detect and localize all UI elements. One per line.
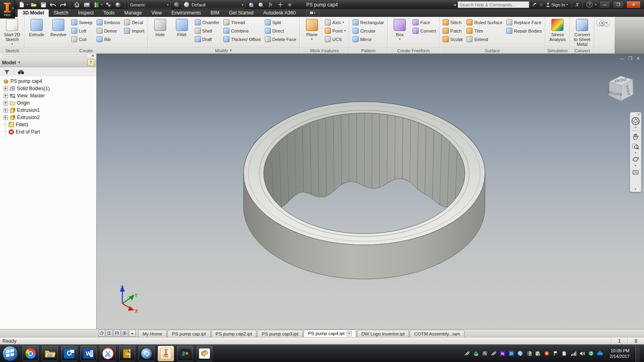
taskbar-app-paint[interactable] xyxy=(196,346,213,361)
navbar-close-icon[interactable]: ✕ xyxy=(637,113,640,116)
material-dropdown[interactable]: Generic▾ xyxy=(128,1,171,8)
loft-button[interactable]: Loft xyxy=(70,27,94,35)
adjust-appearance-icon[interactable] xyxy=(247,1,255,8)
parameters-fx-button[interactable]: fx xyxy=(266,1,275,8)
browser-help-icon[interactable]: ? xyxy=(87,59,94,66)
orbit-button[interactable] xyxy=(631,154,640,164)
filter-icon[interactable] xyxy=(3,68,10,76)
draft-button[interactable]: Draft xyxy=(193,35,221,43)
tree-item-solid-bodies-1[interactable]: Solid Bodies(1) xyxy=(0,85,96,92)
expand-icon-extrusion2[interactable] xyxy=(4,115,8,120)
tray-onedrive-cloud-icon[interactable] xyxy=(597,350,603,356)
stress-analysis-button[interactable]: Stress Analysis xyxy=(547,18,568,43)
tray-widget-icon[interactable] xyxy=(482,350,488,356)
tray-power-plug-icon[interactable] xyxy=(561,350,568,356)
tab-get-started[interactable]: Get Started xyxy=(224,9,258,17)
doc-close-icon[interactable]: ✕ xyxy=(636,56,640,61)
open-file-button[interactable] xyxy=(30,1,38,8)
tab-3d-model[interactable]: 3D Model xyxy=(18,9,49,17)
taskbar-app-chrome[interactable] xyxy=(23,346,39,361)
delete-face-button[interactable]: Delete Face xyxy=(263,35,298,43)
restore-button[interactable]: ❐ xyxy=(613,1,624,8)
emboss-button[interactable]: Emboss xyxy=(95,18,122,27)
combine-button[interactable]: Combine xyxy=(222,27,262,35)
close-button[interactable]: ✕ xyxy=(626,1,641,8)
tray-tools-b-icon[interactable] xyxy=(491,350,497,356)
ribbon-display-button[interactable]: ▾ xyxy=(306,10,319,16)
ring-model[interactable] xyxy=(97,53,644,329)
expand-icon-solid-bodies-1[interactable] xyxy=(4,86,8,91)
doc-tab-dw-logo-inventor-ipt[interactable]: DW Logo Inventor.ipt xyxy=(357,330,409,337)
tab-autodesk-a360[interactable]: Autodesk A360 xyxy=(258,9,301,17)
doc-tab-ps-pump-cap-ipt[interactable]: PS pump cap.ipt xyxy=(167,330,210,337)
fillet-button[interactable]: Fillet xyxy=(171,18,192,38)
axis-button[interactable]: Axis▾ xyxy=(323,18,347,27)
minimize-button[interactable]: — xyxy=(599,1,610,8)
expand-icon-origin[interactable] xyxy=(4,101,8,105)
tray-quick-icon[interactable]: Q xyxy=(517,350,523,356)
taskbar-clock[interactable]: 10:09 PM 2/14/2017 xyxy=(610,348,630,359)
start-2d-sketch-button[interactable]: Start 2D Sketch▾ xyxy=(2,18,23,47)
material-browser-button[interactable] xyxy=(92,1,100,8)
browser-header[interactable]: Model ▼ ? xyxy=(0,58,96,67)
tray-tools-a-icon[interactable] xyxy=(464,350,470,356)
convert-button[interactable]: Convert xyxy=(411,27,438,35)
taskbar-app-word[interactable]: W xyxy=(80,346,97,361)
doc-tab-ps-pump-cap3-ipt[interactable]: PS pump cap3.ipt xyxy=(257,330,303,337)
expand-icon-view-master[interactable] xyxy=(4,94,8,98)
expand-tabs-button[interactable] xyxy=(129,330,136,337)
expand-icon-extrusion1[interactable] xyxy=(4,108,8,113)
redo-button[interactable] xyxy=(59,1,67,8)
tray-action-flag-icon[interactable] xyxy=(553,350,559,356)
doc-tab-my-home[interactable]: My Home xyxy=(138,330,167,337)
tree-item-ps-pump-cap4[interactable]: PS pump cap4 xyxy=(0,78,96,85)
help-search-input[interactable] xyxy=(458,1,529,8)
taskbar-app-outlook[interactable]: O xyxy=(61,346,77,361)
appearance-sphere-button[interactable] xyxy=(114,1,122,8)
tile-vertical-button[interactable] xyxy=(114,330,120,337)
favorites-star-icon[interactable]: ☆ xyxy=(539,2,543,8)
search-binoculars-icon[interactable] xyxy=(17,68,25,76)
replace-face-button[interactable]: Replace Face xyxy=(505,18,543,27)
new-file-caret-icon[interactable]: ▾ xyxy=(27,3,28,6)
ribbon-more-button[interactable]: ▼▾ xyxy=(596,19,611,27)
tab-tools[interactable]: Tools xyxy=(99,9,120,17)
material-browser-caret-icon[interactable]: ▾ xyxy=(101,3,103,6)
tab-sketch[interactable]: Sketch xyxy=(49,9,73,17)
zoom-button[interactable] xyxy=(631,142,640,151)
rib-button[interactable]: Rib xyxy=(95,35,122,43)
search-collapse-icon[interactable]: ◄ xyxy=(453,3,456,7)
doc-tab-cotm-assembly-iam[interactable]: COTM Assembly...iam xyxy=(410,330,464,337)
tray-onenote-clip-icon[interactable]: N xyxy=(500,350,506,356)
new-file-button[interactable] xyxy=(18,1,26,8)
point-button[interactable]: Point▾ xyxy=(323,27,347,35)
3d-viewport[interactable]: — ❐ ✕ FRONT BOTTOM RIGHT ✕ ▼ xyxy=(97,53,644,329)
ruled-surface-button[interactable]: Ruled Surface xyxy=(465,18,504,27)
tray-update-check-icon[interactable] xyxy=(535,350,541,356)
pan-button[interactable] xyxy=(631,132,640,142)
tree-item-origin[interactable]: Origin xyxy=(0,99,96,107)
coil-button[interactable]: Coil xyxy=(70,35,94,43)
tab-manage[interactable]: Manage xyxy=(120,9,147,17)
tray-volume-icon[interactable] xyxy=(579,350,585,356)
patch-button[interactable]: Patch xyxy=(441,27,464,35)
doc-tab-close-icon[interactable]: ✕ xyxy=(347,331,352,336)
tab-view[interactable]: View xyxy=(147,9,167,17)
box-button[interactable]: Box▾ xyxy=(389,18,410,43)
thread-button[interactable]: Thread xyxy=(222,18,262,27)
zoom-dropdown-icon[interactable]: ▼ xyxy=(634,151,637,154)
tree-item-extrusion1[interactable]: Extrusion1 xyxy=(0,107,96,114)
tree-item-extrusion2[interactable]: Extrusion2 xyxy=(0,114,96,121)
send-feedback-icon[interactable] xyxy=(532,2,537,7)
color-wheel-icon[interactable] xyxy=(172,1,180,8)
split-button[interactable]: Split xyxy=(263,18,298,27)
tray-network-signal-icon[interactable] xyxy=(570,350,576,356)
cascade-windows-button[interactable] xyxy=(98,330,105,337)
chamfer-button[interactable]: Chamfer xyxy=(193,18,221,27)
stitch-button[interactable]: Stitch xyxy=(441,18,464,27)
tab-environments[interactable]: Environments xyxy=(167,9,206,17)
save-button[interactable] xyxy=(39,1,47,8)
clear-appearance-icon[interactable] xyxy=(257,1,265,8)
navigation-wheel-button[interactable] xyxy=(631,116,640,126)
taskbar-app-3ds-max[interactable]: 3 xyxy=(177,346,193,361)
